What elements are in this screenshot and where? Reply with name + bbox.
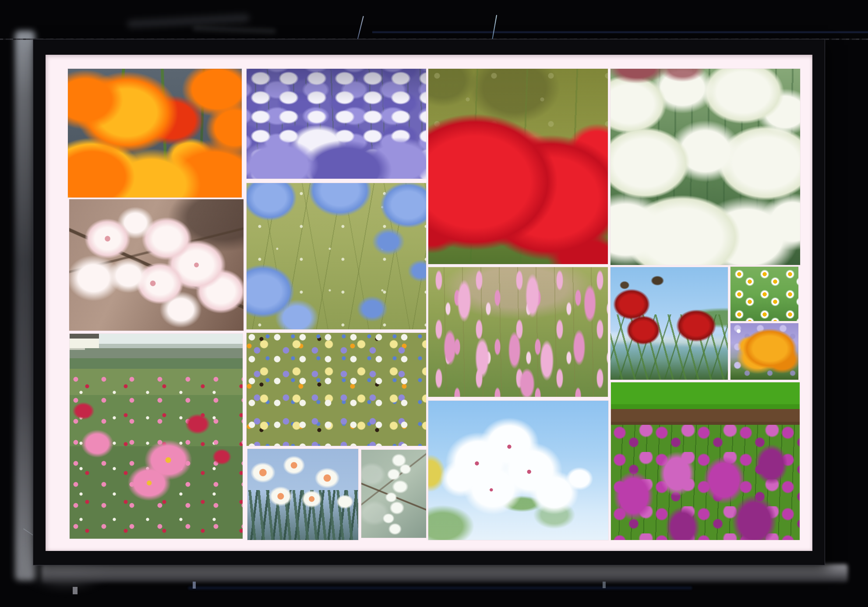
photo-of-framed-collage — [0, 0, 868, 607]
smudge-artifact — [193, 26, 276, 34]
photo-plum-blossom — [69, 199, 243, 331]
photo-red-tulips — [428, 69, 608, 264]
photo-pink-bistort — [428, 267, 608, 397]
wall-shadow-bottom — [42, 564, 848, 582]
photo-purple-poppies — [611, 382, 800, 540]
wall-shadow-left — [15, 31, 35, 581]
hairline-artifact — [357, 16, 363, 40]
blue-streak-bottom — [188, 586, 692, 590]
photo-white-tulips — [610, 69, 800, 265]
blue-streak-top — [372, 31, 868, 34]
photo-daffodils — [247, 449, 358, 540]
tick-artifact — [193, 582, 196, 589]
photo-orange-tulips — [68, 69, 242, 198]
photo-crocus-field — [247, 69, 426, 179]
photo-mixed-flowers — [247, 333, 426, 446]
photo-blue-flax — [247, 183, 426, 329]
photo-red-anemones — [610, 267, 728, 380]
photo-daisies — [730, 267, 798, 321]
tick-artifact — [73, 587, 78, 594]
photo-pear-blossom — [428, 401, 608, 540]
photo-cosmos-field — [70, 334, 243, 539]
smudge-artifact — [127, 14, 250, 29]
hairline-artifact — [492, 15, 497, 40]
photo-blossom-branch — [361, 450, 426, 538]
photo-orange-crocus — [730, 323, 798, 380]
tick-artifact — [603, 582, 606, 588]
